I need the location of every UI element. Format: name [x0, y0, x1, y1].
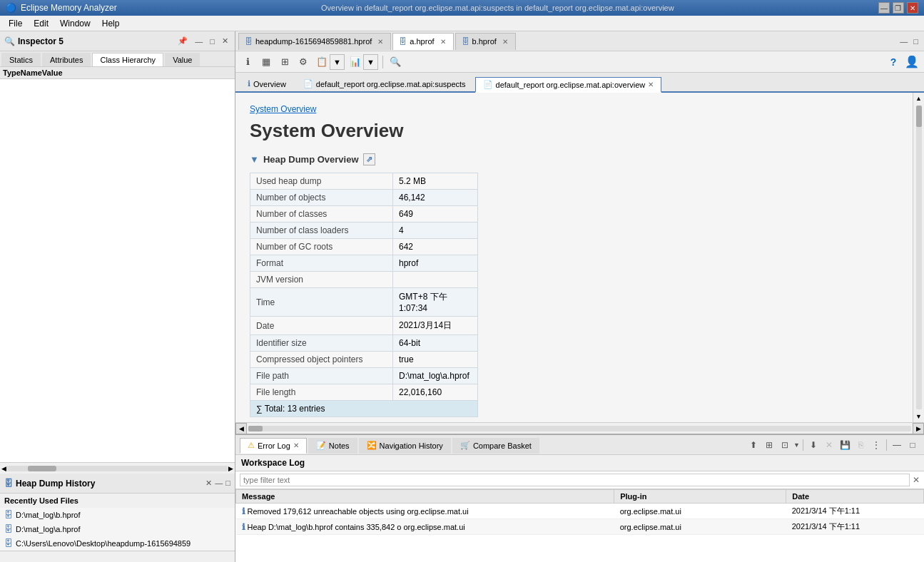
bottom-tab-navhistory[interactable]: 🔀 Navigation History — [359, 438, 451, 454]
toolbar-report2-button[interactable]: 📊 — [347, 54, 363, 70]
toolbar-info-button[interactable]: ℹ — [240, 54, 255, 70]
log-col-message[interactable]: Message — [236, 490, 614, 504]
bottom-tab-notes[interactable]: 📝 Notes — [308, 438, 357, 454]
tab-ahprof[interactable]: 🗄 a.hprof ✕ — [392, 33, 453, 50]
inspector-tab-value[interactable]: Value — [165, 53, 200, 66]
bottom-tabs-bar: ⚠ Error Log ✕ 📝 Notes 🔀 Navigation Histo… — [235, 435, 924, 455]
log-cell-date-1: 2021/3/14 下午1:11 — [786, 519, 924, 535]
scroll-left-arrow[interactable]: ◀ — [1, 465, 6, 472]
scrollbar-thumb[interactable] — [28, 466, 56, 471]
v-scroll-track[interactable] — [916, 106, 922, 409]
bottom-tab-errorlog-close[interactable]: ✕ — [293, 441, 299, 449]
tab-heapdump[interactable]: 🗄 heapdump-1615694859881.hprof ✕ — [238, 33, 391, 50]
toolbar-extra-button[interactable]: 👤 — [904, 54, 920, 70]
table-cell-label: Time — [250, 288, 393, 317]
toolbar-help-button[interactable]: ? — [885, 54, 901, 70]
toolbar-report1-button[interactable]: 📋 — [314, 54, 330, 70]
filter-input[interactable] — [240, 474, 910, 486]
bottom-layout2-button[interactable]: ⊡ — [778, 438, 792, 452]
menu-help[interactable]: Help — [96, 17, 126, 30]
bottom-layout-button[interactable]: ⊞ — [762, 438, 776, 452]
bottom-tabs-left: ⚠ Error Log ✕ 📝 Notes 🔀 Navigation Histo… — [240, 438, 541, 454]
bottom-save-button[interactable]: 💾 — [838, 438, 852, 452]
v-scroll-up-arrow[interactable]: ▲ — [913, 93, 925, 104]
heap-history-item-2[interactable]: 🗄 C:\Users\Lenovo\Desktop\heapdump-16156… — [0, 536, 235, 551]
bottom-more-button[interactable]: ⋮ — [869, 438, 883, 452]
toolbar-report1-arrow[interactable]: ▼ — [330, 54, 345, 70]
toolbar-search-button[interactable]: 🔍 — [387, 54, 403, 70]
content-h-scrollbar[interactable]: ◀ ▶ — [235, 422, 924, 434]
content-scroll-left[interactable]: ◀ — [235, 423, 247, 434]
filter-clear-button[interactable]: ✕ — [913, 475, 920, 485]
restore-button[interactable]: ❐ — [893, 2, 904, 14]
filter-bar: ✕ — [235, 471, 924, 489]
tab-heapdump-close[interactable]: ✕ — [377, 38, 383, 46]
breadcrumb[interactable]: System Overview — [250, 104, 898, 114]
section-collapse-arrow[interactable]: ▼ — [250, 154, 259, 165]
section-icon[interactable]: ⇗ — [363, 153, 375, 165]
tabs-maximize-button[interactable]: □ — [910, 36, 921, 47]
toolbar-dominator-button[interactable]: ⊞ — [277, 54, 293, 70]
tab-ahprof-label: a.hprof — [410, 37, 434, 46]
scroll-right-arrow[interactable]: ▶ — [228, 465, 233, 472]
v-scroll-down-arrow[interactable]: ▼ — [913, 411, 925, 422]
log-col-plugin[interactable]: Plug-in — [614, 490, 786, 504]
sub-tab-overview[interactable]: ℹ Overview — [240, 76, 294, 91]
bottom-copy-button[interactable]: ⎘ — [853, 438, 868, 452]
heap-history-minimize-button[interactable]: — — [215, 479, 223, 488]
toolbar-report2-arrow[interactable]: ▼ — [363, 54, 378, 70]
menu-edit[interactable]: Edit — [28, 17, 54, 30]
bottom-import-button[interactable]: ⬇ — [806, 438, 821, 452]
table-cell-value — [393, 272, 478, 288]
heap-history-maximize-button[interactable]: □ — [225, 479, 230, 488]
v-scroll-thumb[interactable] — [916, 106, 922, 127]
heap-history-header: 🗄 Heap Dump History ✕ — □ — [0, 474, 235, 494]
content-v-scrollbar[interactable]: ▲ ▼ — [913, 93, 924, 422]
inspector-tab-statics[interactable]: Statics — [1, 53, 41, 66]
page-title: System Overview — [250, 120, 898, 142]
tab-bhprof[interactable]: 🗄 b.hprof ✕ — [455, 33, 516, 50]
heap-h-scrollbar[interactable] — [0, 551, 235, 562]
heap-history-item[interactable]: 🗄 D:\mat_log\b.hprof — [0, 508, 235, 522]
toolbar-histogram-button[interactable]: ▦ — [258, 54, 274, 70]
close-button[interactable]: ✕ — [907, 2, 918, 14]
inspector-pin-button[interactable]: 📌 — [176, 36, 190, 46]
content-scroll-thumb[interactable] — [248, 426, 263, 431]
bottom-delete-button[interactable]: ✕ — [822, 438, 836, 452]
inspector-minimize-button[interactable]: — — [193, 36, 205, 46]
content-scroll-track[interactable] — [248, 426, 911, 431]
bottom-tab-errorlog[interactable]: ⚠ Error Log ✕ — [240, 438, 307, 454]
menu-window[interactable]: Window — [54, 17, 96, 30]
table-cell-label: Number of objects — [250, 190, 393, 206]
sub-tab-api-overview-close[interactable]: ✕ — [648, 81, 654, 88]
tab-ahprof-close[interactable]: ✕ — [440, 38, 446, 46]
sub-tab-suspects[interactable]: 📄 default_report org.eclipse.mat.api:sus… — [295, 76, 474, 91]
inspector-tab-classhierarchy[interactable]: Class Hierarchy — [92, 53, 163, 66]
log-col-date[interactable]: Date — [786, 490, 924, 504]
inspector-maximize-button[interactable]: □ — [208, 36, 217, 46]
bottom-maximize-button[interactable]: □ — [905, 438, 920, 452]
table-cell-label: Format — [250, 255, 393, 272]
toolbar-thread-button[interactable]: ⚙ — [295, 54, 311, 70]
bottom-tab-comparebasket[interactable]: 🛒 Compare Basket — [452, 438, 539, 454]
inspector-close-button[interactable]: ✕ — [220, 36, 230, 46]
inspector-tab-attributes[interactable]: Attributes — [42, 53, 91, 66]
bottom-export-button[interactable]: ⬆ — [746, 438, 761, 452]
inspector-h-scrollbar[interactable]: ◀ ▶ — [0, 462, 235, 474]
tabs-minimize-button[interactable]: — — [897, 36, 910, 47]
log-message-1: Heap D:\mat_log\b.hprof contains 335,842… — [248, 523, 465, 531]
content-scroll-area[interactable]: System Overview System Overview ▼ Heap D… — [235, 93, 913, 422]
scrollbar-track[interactable] — [6, 466, 228, 471]
heap-history-close-icon[interactable]: ✕ — [205, 479, 212, 488]
table-row: Used heap dump 5.2 MB — [250, 173, 478, 190]
bottom-minimize-button[interactable]: — — [890, 438, 904, 452]
minimize-button[interactable]: — — [878, 2, 890, 14]
bottom-layout-arrow[interactable]: ▼ — [793, 441, 800, 449]
main-toolbar: ℹ ▦ ⊞ ⚙ 📋 ▼ 📊 ▼ 🔍 ? 👤 — [235, 51, 924, 73]
sub-tab-api-overview[interactable]: 📄 default_report org.eclipse.mat.api:ove… — [475, 77, 662, 93]
heap-history-item-1[interactable]: 🗄 D:\mat_log\a.hprof — [0, 522, 235, 536]
menu-file[interactable]: File — [3, 17, 28, 30]
tab-bhprof-close[interactable]: ✕ — [502, 38, 508, 46]
inspector-label: Inspector 5 — [18, 36, 64, 46]
content-scroll-right[interactable]: ▶ — [913, 423, 924, 434]
